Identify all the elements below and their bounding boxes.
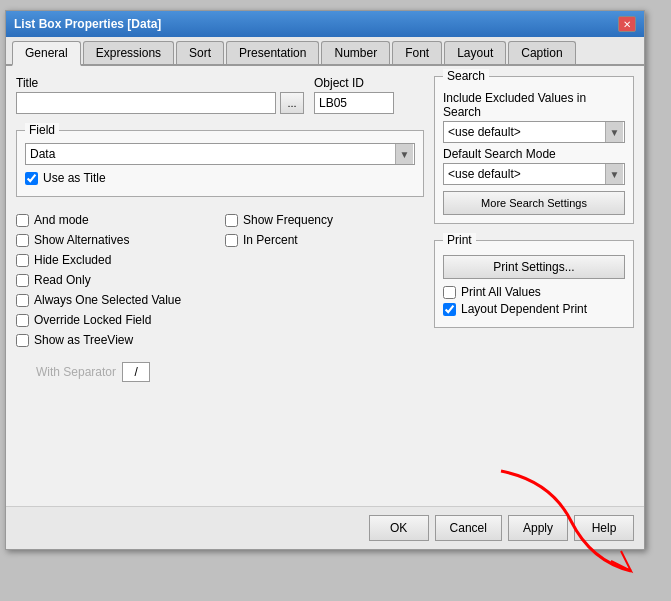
title-objectid-row: Title ... Object ID	[16, 76, 424, 114]
title-bar: List Box Properties [Data] ✕	[6, 11, 644, 37]
and-mode-row: And mode	[16, 213, 215, 227]
in-percent-label: In Percent	[243, 233, 298, 247]
title-bar-buttons: ✕	[618, 16, 636, 32]
read-only-checkbox[interactable]	[16, 274, 29, 287]
title-browse-button[interactable]: ...	[280, 92, 304, 114]
right-checkboxes: Show Frequency In Percent	[225, 213, 424, 350]
use-as-title-row: Use as Title	[25, 171, 415, 185]
use-as-title-checkbox[interactable]	[25, 172, 38, 185]
read-only-label: Read Only	[34, 273, 91, 287]
show-treeview-checkbox[interactable]	[16, 334, 29, 347]
title-input-row: ...	[16, 92, 304, 114]
title-section: Title ...	[16, 76, 304, 114]
read-only-row: Read Only	[16, 273, 215, 287]
hide-excluded-checkbox[interactable]	[16, 254, 29, 267]
in-percent-checkbox[interactable]	[225, 234, 238, 247]
footer: OK Cancel Apply Help	[6, 506, 644, 549]
and-mode-label: And mode	[34, 213, 89, 227]
include-excluded-dropdown-wrapper: <use default> ▼	[443, 121, 625, 143]
tab-presentation[interactable]: Presentation	[226, 41, 319, 64]
tab-caption[interactable]: Caption	[508, 41, 575, 64]
tabs-bar: General Expressions Sort Presentation Nu…	[6, 37, 644, 66]
print-all-label: Print All Values	[461, 285, 541, 299]
in-percent-row: In Percent	[225, 233, 424, 247]
and-mode-checkbox[interactable]	[16, 214, 29, 227]
show-alternatives-checkbox[interactable]	[16, 234, 29, 247]
show-frequency-label: Show Frequency	[243, 213, 333, 227]
left-checkboxes: And mode Show Alternatives Hide Excluded…	[16, 213, 215, 350]
tab-general[interactable]: General	[12, 41, 81, 66]
default-mode-label: Default Search Mode	[443, 147, 625, 161]
checkbox-columns: And mode Show Alternatives Hide Excluded…	[16, 213, 424, 350]
field-group-label: Field	[25, 123, 59, 137]
field-group: Field Data ▼ Use as Title	[16, 130, 424, 197]
print-all-checkbox[interactable]	[443, 286, 456, 299]
print-group: Print Print Settings... Print All Values…	[434, 240, 634, 328]
tab-layout[interactable]: Layout	[444, 41, 506, 64]
default-mode-dropdown[interactable]: <use default>	[443, 163, 625, 185]
object-id-input[interactable]	[314, 92, 394, 114]
content-area: Title ... Object ID Field Da	[6, 66, 644, 506]
layout-print-checkbox[interactable]	[443, 303, 456, 316]
left-panel: Title ... Object ID Field Da	[16, 76, 424, 496]
apply-button[interactable]: Apply	[508, 515, 568, 541]
show-treeview-row: Show as TreeView	[16, 333, 215, 347]
title-label: Title	[16, 76, 304, 90]
search-group: Search Include Excluded Values in Search…	[434, 76, 634, 224]
field-dropdown-wrapper: Data ▼	[25, 143, 415, 165]
override-locked-checkbox[interactable]	[16, 314, 29, 327]
tab-sort[interactable]: Sort	[176, 41, 224, 64]
window-title: List Box Properties [Data]	[14, 17, 161, 31]
search-group-title: Search	[443, 69, 489, 83]
hide-excluded-label: Hide Excluded	[34, 253, 111, 267]
include-excluded-dropdown[interactable]: <use default>	[443, 121, 625, 143]
title-input[interactable]	[16, 92, 276, 114]
show-frequency-row: Show Frequency	[225, 213, 424, 227]
print-all-row: Print All Values	[443, 285, 625, 299]
override-locked-row: Override Locked Field	[16, 313, 215, 327]
print-settings-button[interactable]: Print Settings...	[443, 255, 625, 279]
include-excluded-label: Include Excluded Values in Search	[443, 91, 625, 119]
hide-excluded-row: Hide Excluded	[16, 253, 215, 267]
layout-print-label: Layout Dependent Print	[461, 302, 587, 316]
separator-label: With Separator	[36, 365, 116, 379]
tab-number[interactable]: Number	[321, 41, 390, 64]
show-treeview-label: Show as TreeView	[34, 333, 133, 347]
show-frequency-checkbox[interactable]	[225, 214, 238, 227]
default-mode-dropdown-wrapper: <use default> ▼	[443, 163, 625, 185]
more-search-settings-button[interactable]: More Search Settings	[443, 191, 625, 215]
layout-print-row: Layout Dependent Print	[443, 302, 625, 316]
show-alternatives-label: Show Alternatives	[34, 233, 129, 247]
field-dropdown[interactable]: Data	[25, 143, 415, 165]
ok-button[interactable]: OK	[369, 515, 429, 541]
always-one-selected-checkbox[interactable]	[16, 294, 29, 307]
tab-expressions[interactable]: Expressions	[83, 41, 174, 64]
separator-row: With Separator	[16, 362, 424, 382]
print-group-title: Print	[443, 233, 476, 247]
object-id-label: Object ID	[314, 76, 424, 90]
right-panel: Search Include Excluded Values in Search…	[434, 76, 634, 496]
tab-font[interactable]: Font	[392, 41, 442, 64]
always-one-selected-label: Always One Selected Value	[34, 293, 181, 307]
main-window: List Box Properties [Data] ✕ General Exp…	[5, 10, 645, 550]
help-button[interactable]: Help	[574, 515, 634, 541]
object-id-section: Object ID	[314, 76, 424, 114]
use-as-title-label: Use as Title	[43, 171, 106, 185]
close-button[interactable]: ✕	[618, 16, 636, 32]
separator-input[interactable]	[122, 362, 150, 382]
always-one-selected-row: Always One Selected Value	[16, 293, 215, 307]
show-alternatives-row: Show Alternatives	[16, 233, 215, 247]
cancel-button[interactable]: Cancel	[435, 515, 502, 541]
override-locked-label: Override Locked Field	[34, 313, 151, 327]
